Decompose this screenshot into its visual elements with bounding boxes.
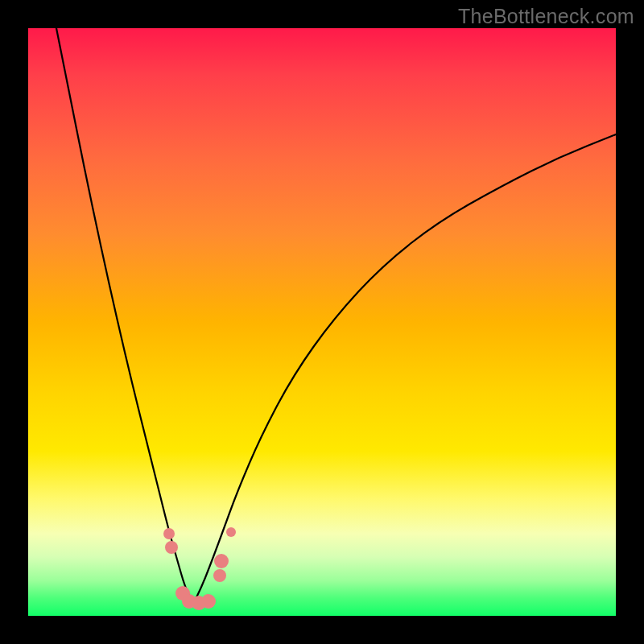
right-curve	[193, 134, 616, 604]
left-curve	[56, 28, 193, 604]
watermark-text: TheBottleneck.com	[458, 5, 634, 28]
data-marker	[226, 527, 236, 537]
data-marker	[165, 541, 178, 554]
plot-area	[28, 28, 616, 616]
data-marker	[213, 569, 226, 582]
data-marker	[201, 594, 216, 609]
data-marker	[163, 528, 175, 539]
data-markers	[163, 527, 236, 610]
chart-frame: TheBottleneck.com	[0, 0, 644, 644]
data-marker	[214, 554, 229, 568]
curves-svg	[28, 28, 616, 616]
